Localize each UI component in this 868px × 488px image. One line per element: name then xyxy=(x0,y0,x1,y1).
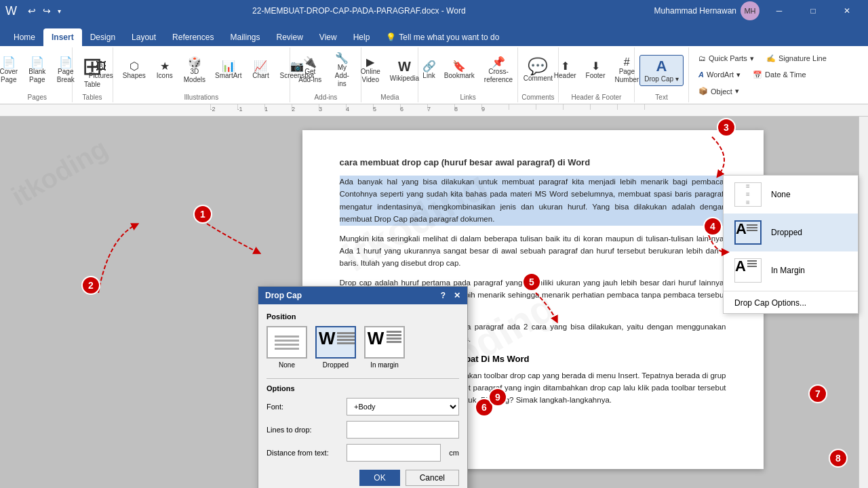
vertical-scrollbar[interactable] xyxy=(859,117,868,488)
link-button[interactable]: 🔗 Link xyxy=(416,59,443,82)
media-items: ▶ OnlineVideo W Wikipedia xyxy=(357,49,423,92)
chart-icon: 📈 xyxy=(254,61,267,72)
ribbon-right-row2: A WordArt ▾ 📅 Date & Time xyxy=(694,69,860,81)
pictures-icon: 🖼 xyxy=(96,61,106,72)
tutorial-num-4: 4 xyxy=(703,217,722,236)
addins-label: Add-ins xyxy=(314,92,337,101)
pages-items: 📄 CoverPage 📄 BlankPage 📄 PageBreak xyxy=(0,49,79,92)
object-button[interactable]: 📦 Object ▾ xyxy=(694,85,743,97)
my-addins-button[interactable]: 🔧 My Add-ins xyxy=(327,51,357,90)
tab-mailings[interactable]: Mailings xyxy=(222,28,268,46)
undo-redo-group: ↩ ↪ ▾ xyxy=(25,4,64,18)
dialog-body: Position None xyxy=(258,304,467,488)
dropcap-none-option[interactable]: ≡≡≡ None xyxy=(724,176,858,214)
ribbon-group-pages: 📄 CoverPage 📄 BlankPage 📄 PageBreak Page… xyxy=(3,47,73,102)
signature-line-icon: ✍ xyxy=(766,54,776,63)
wordart-icon: A xyxy=(698,70,704,79)
tab-insert[interactable]: Insert xyxy=(43,28,82,46)
header-button[interactable]: ⬆ Header xyxy=(550,59,580,82)
position-options: None W Dropped xyxy=(267,326,459,369)
close-button[interactable]: ✕ xyxy=(831,0,863,22)
online-video-button[interactable]: ▶ OnlineVideo xyxy=(357,55,384,86)
cross-reference-button[interactable]: 📌 Cross-reference xyxy=(476,55,521,86)
page-break-icon: 📄 xyxy=(59,57,73,68)
tab-design[interactable]: Design xyxy=(82,28,123,46)
tutorial-num-5: 5 xyxy=(522,272,541,291)
ribbon: 📄 CoverPage 📄 BlankPage 📄 PageBreak Page… xyxy=(0,46,868,104)
dialog-ok-button[interactable]: OK xyxy=(359,470,399,486)
user-avatar[interactable]: MH xyxy=(741,1,760,20)
lines-input[interactable]: 2 xyxy=(347,421,459,439)
get-addins-button[interactable]: 🔌 Get Add-ins xyxy=(294,55,326,86)
watermark-left: itkoding xyxy=(6,133,113,212)
smartart-button[interactable]: 📊 SmartArt xyxy=(211,59,245,82)
icons-button[interactable]: ★ Icons xyxy=(151,59,178,82)
dropcap-dropped-option[interactable]: A Dropped xyxy=(724,214,858,251)
ribbon-group-links: 🔗 Link 🔖 Bookmark 📌 Cross-reference Link… xyxy=(418,47,517,102)
ribbon-right-row3: 📦 Object ▾ xyxy=(694,85,860,97)
3d-models-button[interactable]: 🎲 3DModels xyxy=(180,55,210,86)
quick-parts-button[interactable]: 🗂 Quick Parts ▾ xyxy=(694,53,758,64)
pages-label: Pages xyxy=(28,92,47,101)
dialog-cancel-button[interactable]: Cancel xyxy=(406,470,459,486)
wordart-button[interactable]: A WordArt ▾ xyxy=(694,69,745,81)
font-select[interactable]: +Body xyxy=(347,398,459,415)
distance-input[interactable]: 1 xyxy=(347,444,441,462)
tab-help[interactable]: Help xyxy=(345,28,378,46)
dialog-close-button[interactable]: ✕ xyxy=(454,291,460,300)
ribbon-group-illustrations: 🖼 Pictures ⬡ Shapes ★ Icons 🎲 3DModels 📊… xyxy=(113,47,291,102)
blank-page-button[interactable]: 📄 BlankPage xyxy=(24,55,51,86)
dialog-help-button[interactable]: ? xyxy=(441,291,446,300)
position-inmargin-option[interactable]: W In margin xyxy=(364,326,405,369)
dialog-title-text: Drop Cap xyxy=(265,291,302,300)
tab-home[interactable]: Home xyxy=(5,28,43,46)
distance-label: Distance from text: xyxy=(267,449,341,457)
tab-view[interactable]: View xyxy=(311,28,345,46)
main-area: itkoding 1 2 itkoding itkoding cara memb… xyxy=(0,117,868,488)
undo-button[interactable]: ↩ xyxy=(25,4,39,18)
ribbon-right-section: 🗂 Quick Parts ▾ ✍ Signature Line A WordA… xyxy=(689,47,865,102)
tab-tell-me[interactable]: 💡 Tell me what you want to do xyxy=(378,28,507,46)
position-inmargin-icon: W xyxy=(364,326,405,359)
tab-layout[interactable]: Layout xyxy=(123,28,164,46)
quick-parts-icon: 🗂 xyxy=(698,54,706,62)
header-footer-label: Header & Footer xyxy=(571,92,621,101)
pictures-button[interactable]: 🖼 Pictures xyxy=(85,59,117,82)
username-label: Muhammad Hernawan xyxy=(654,6,736,16)
dialog-title-buttons: ? ✕ xyxy=(441,291,460,300)
cover-page-button[interactable]: 📄 CoverPage xyxy=(0,55,22,86)
cover-page-icon: 📄 xyxy=(2,57,16,68)
tab-references[interactable]: References xyxy=(164,28,222,46)
cross-reference-icon: 📌 xyxy=(492,57,505,68)
header-footer-items: ⬆ Header ⬇ Footer # PageNumber xyxy=(550,49,643,92)
maximize-button[interactable]: □ xyxy=(797,0,829,22)
tab-review[interactable]: Review xyxy=(268,28,311,46)
user-info: Muhammad Hernawan MH ─ □ ✕ xyxy=(654,0,863,22)
dropcap-button[interactable]: A Drop Cap ▾ xyxy=(639,55,684,86)
footer-button[interactable]: ⬇ Footer xyxy=(582,59,610,82)
blank-page-icon: 📄 xyxy=(31,57,44,68)
minimize-button[interactable]: ─ xyxy=(764,0,795,22)
lightbulb-icon: 💡 xyxy=(386,33,396,42)
redo-button[interactable]: ↪ xyxy=(40,4,54,18)
dropcap-options-button[interactable]: Drop Cap Options... xyxy=(724,293,858,313)
position-none-option[interactable]: None xyxy=(267,326,307,369)
dropcap-inmargin-option[interactable]: A In Margin xyxy=(724,251,858,289)
signature-line-button[interactable]: ✍ Signature Line xyxy=(762,53,831,64)
doc-paragraph-2: Mungkin kita seringkali melihat di dalam… xyxy=(340,232,726,270)
icons-icon: ★ xyxy=(160,61,170,72)
date-time-button[interactable]: 📅 Date & Time xyxy=(749,69,810,81)
illustrations-label: Illustrations xyxy=(184,92,219,101)
bookmark-button[interactable]: 🔖 Bookmark xyxy=(444,59,475,82)
position-dropped-option[interactable]: W Dropped xyxy=(315,326,356,369)
chart-button[interactable]: 📈 Chart xyxy=(247,59,274,82)
ribbon-group-media: ▶ OnlineVideo W Wikipedia Media xyxy=(361,47,418,102)
lines-field: Lines to drop: 2 xyxy=(267,421,459,439)
object-icon: 📦 xyxy=(698,87,708,96)
tutorial-num-9: 9 xyxy=(488,388,507,407)
doc-paragraph-1[interactable]: Ada banyak hal yang bisa dilakukan untuk… xyxy=(340,176,726,226)
dropcap-inmargin-label: In Margin xyxy=(771,266,805,275)
shapes-button[interactable]: ⬡ Shapes xyxy=(119,59,150,82)
customize-qat-button[interactable]: ▾ xyxy=(55,6,64,16)
tables-label: Tables xyxy=(83,92,102,101)
